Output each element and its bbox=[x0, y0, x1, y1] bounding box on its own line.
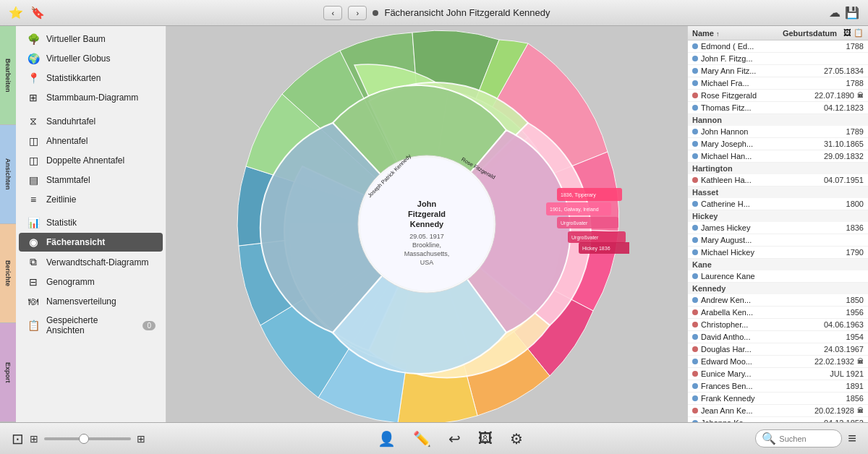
person-name: Frank Kennedy bbox=[701, 394, 809, 403]
list-item[interactable]: Edmond ( Ed...1788 bbox=[688, 40, 868, 53]
sidebar-item-verwandtschaft-diagramm[interactable]: ⧉ Verwandtschaft-Diagramm bbox=[19, 252, 163, 272]
list-item[interactable]: Edward Moo...22.02.1932🏛 bbox=[688, 356, 868, 368]
grid-icon[interactable]: ⊞ bbox=[30, 433, 38, 445]
person-dot bbox=[692, 93, 698, 98]
sidebar-label: Zeitlinie bbox=[46, 194, 76, 205]
sidebar-item-virtueller-baum[interactable]: 🌳 Virtueller Baum bbox=[19, 30, 163, 48]
svg-text:Brookline,: Brookline, bbox=[412, 241, 441, 249]
layout-icon[interactable]: ⊡ bbox=[12, 430, 24, 447]
person-dot bbox=[692, 225, 698, 231]
table-icon: ◫ bbox=[26, 135, 41, 147]
list-item[interactable]: Andrew Ken...1850 bbox=[688, 294, 868, 307]
list-item[interactable]: Kathleen Ha...04.07.1951 bbox=[688, 174, 868, 187]
search-input[interactable] bbox=[779, 434, 841, 443]
search-box[interactable]: 🔍 bbox=[755, 429, 842, 447]
sidebar-item-virtueller-globus[interactable]: 🌍 Virtueller Globus bbox=[19, 49, 163, 68]
person-date: 27.05.1834 bbox=[812, 67, 864, 75]
zoom-in-icon[interactable]: ⊞ bbox=[137, 433, 145, 445]
person-name: David Antho... bbox=[701, 333, 809, 341]
bottom-center: 👤 ✏️ ↩ 🖼 ⚙ bbox=[378, 430, 523, 447]
list-group-header: Hickey bbox=[688, 210, 868, 222]
sidebar-tab-ansichten[interactable]: Ansichten bbox=[0, 125, 16, 224]
list-view-icon[interactable]: ≡ bbox=[848, 430, 856, 447]
sidebar-tab-export[interactable]: Export bbox=[0, 323, 16, 422]
zoom-thumb[interactable] bbox=[79, 434, 89, 444]
person-name: Kathleen Ha... bbox=[701, 176, 809, 184]
person-name: James Hickey bbox=[701, 223, 809, 232]
person-date: 1956 bbox=[812, 308, 864, 317]
cloud-icon[interactable]: ☁ bbox=[829, 6, 841, 20]
list-item[interactable]: James Hickey1836 bbox=[688, 222, 868, 234]
person-icons: 🏛 bbox=[857, 407, 864, 414]
image-icon[interactable]: 🖼 bbox=[478, 430, 493, 447]
sidebar-item-stammbaum-diagramm[interactable]: ⊞ Stammbaum-Diagramm bbox=[19, 88, 163, 107]
list-item[interactable]: Catherine H...1800 bbox=[688, 198, 868, 210]
list-item[interactable]: Frances Ben...1891 bbox=[688, 380, 868, 393]
person-name: Frances Ben... bbox=[701, 382, 809, 390]
back-icon[interactable]: ↩ bbox=[448, 430, 461, 447]
sidebar-item-ahnentafel[interactable]: ◫ Ahnentafel bbox=[19, 132, 163, 150]
list-item[interactable]: Rose Fitzgerald22.07.1890🏛 bbox=[688, 90, 868, 102]
star-icon[interactable]: ⭐ bbox=[9, 6, 23, 20]
sidebar-item-sanduhrtafel[interactable]: ⧖ Sanduhrtafel bbox=[19, 111, 163, 131]
zoom-slider[interactable] bbox=[44, 437, 131, 440]
bookmark-icon[interactable]: 🔖 bbox=[30, 6, 45, 20]
stats-icon: 📊 bbox=[26, 217, 41, 228]
list-item[interactable]: Frank Kennedy1856 bbox=[688, 393, 868, 405]
list-item[interactable]: Mary Ann Fitz...27.05.1834 bbox=[688, 65, 868, 77]
list-item[interactable]: Michael Hickey1790 bbox=[688, 247, 868, 259]
list-item[interactable]: Michael Han...29.09.1832 bbox=[688, 150, 868, 163]
list-item[interactable]: Christopher...04.06.1963 bbox=[688, 319, 868, 331]
list-item[interactable]: David Antho...1954 bbox=[688, 331, 868, 343]
list-item[interactable]: Mary August... bbox=[688, 234, 868, 247]
list-item[interactable]: Jean Ann Ke...20.02.1928🏛 bbox=[688, 405, 868, 417]
sidebar-tab-berichte[interactable]: Berichte bbox=[0, 224, 16, 323]
pen-icon[interactable]: ✏️ bbox=[413, 430, 431, 447]
person-date: 1800 bbox=[812, 200, 864, 208]
sidebar-item-gespeicherte-ansichten[interactable]: 📋 Gespeicherte Ansichten 0 bbox=[19, 312, 163, 339]
save-icon[interactable]: 💾 bbox=[845, 6, 859, 20]
sort-arrow-name[interactable]: ↑ bbox=[716, 30, 720, 38]
sidebar-item-doppelte-ahnentafel[interactable]: ◫ Doppelte Ahnentafel bbox=[19, 151, 163, 170]
gear-icon[interactable]: ⚙ bbox=[510, 430, 523, 447]
diagram-icon: ⊞ bbox=[26, 92, 41, 103]
list-item[interactable]: Arabella Ken...1956 bbox=[688, 307, 868, 319]
list-item[interactable]: Thomas Fitz...04.12.1823 bbox=[688, 102, 868, 114]
list-item[interactable]: Mary Joseph...31.10.1865 bbox=[688, 138, 868, 150]
sidebar-item-statistik[interactable]: 📊 Statistik bbox=[19, 213, 163, 232]
list-group-header: Hartington bbox=[688, 163, 868, 174]
sidebar-label: Stammtafel bbox=[46, 175, 90, 185]
sidebar-item-stammtafel[interactable]: ▤ Stammtafel bbox=[19, 171, 163, 189]
list-item[interactable]: Douglas Har...24.03.1967 bbox=[688, 343, 868, 356]
col-header-date[interactable]: Geburtsdatum bbox=[783, 29, 841, 38]
svg-text:John: John bbox=[417, 200, 437, 208]
list-item[interactable]: Laurence Kane bbox=[688, 270, 868, 283]
col-header-name[interactable]: Name ↑ bbox=[692, 29, 780, 38]
list-icon: ▤ bbox=[26, 174, 41, 186]
person-icon-badge: 🏛 bbox=[857, 407, 864, 414]
person-date: 04.06.1963 bbox=[812, 320, 864, 329]
fan-chart[interactable]: John Fitzgerald Kennedy 29.05. 1917 Broo… bbox=[224, 26, 629, 422]
person-icon[interactable]: 👤 bbox=[378, 430, 396, 447]
sidebar-item-zeitlinie[interactable]: ≡ Zeitlinie bbox=[19, 190, 163, 209]
sidebar-item-statistikkarten[interactable]: 📍 Statistikkarten bbox=[19, 69, 163, 87]
list-item[interactable]: Michael Fra...1788 bbox=[688, 77, 868, 90]
list-item[interactable]: John Hannon1789 bbox=[688, 126, 868, 138]
list-item[interactable]: Eunice Mary...JUL 1921 bbox=[688, 368, 868, 380]
sidebar-item-facheransicht[interactable]: ◉ Fächeransicht bbox=[19, 233, 163, 252]
svg-text:Fitzgerald: Fitzgerald bbox=[408, 210, 446, 218]
person-name: Christopher... bbox=[701, 320, 809, 329]
person-name: John Hannon bbox=[701, 127, 809, 136]
person-name: Jean Ann Ke... bbox=[701, 406, 799, 415]
sidebar-label: Ahnentafel bbox=[46, 136, 88, 146]
nav-back-button[interactable]: ‹ bbox=[323, 6, 342, 20]
fan-icon: ◉ bbox=[26, 236, 41, 248]
nav-forward-button[interactable]: › bbox=[348, 6, 367, 20]
list-item[interactable]: Johanna Ke...04.12.1852 bbox=[688, 417, 868, 422]
sidebar-item-genogramm[interactable]: ⊟ Genogramm bbox=[19, 273, 163, 291]
globe-icon: 🌍 bbox=[26, 53, 41, 64]
fan-canvas[interactable]: John Fitzgerald Kennedy 29.05. 1917 Broo… bbox=[166, 26, 687, 422]
sidebar-item-namensverteilung[interactable]: 🍽 Namensverteilung bbox=[19, 292, 163, 311]
list-item[interactable]: John F. Fitzg... bbox=[688, 53, 868, 65]
sidebar-tab-bearbeiten[interactable]: Bearbeiten bbox=[0, 26, 16, 125]
